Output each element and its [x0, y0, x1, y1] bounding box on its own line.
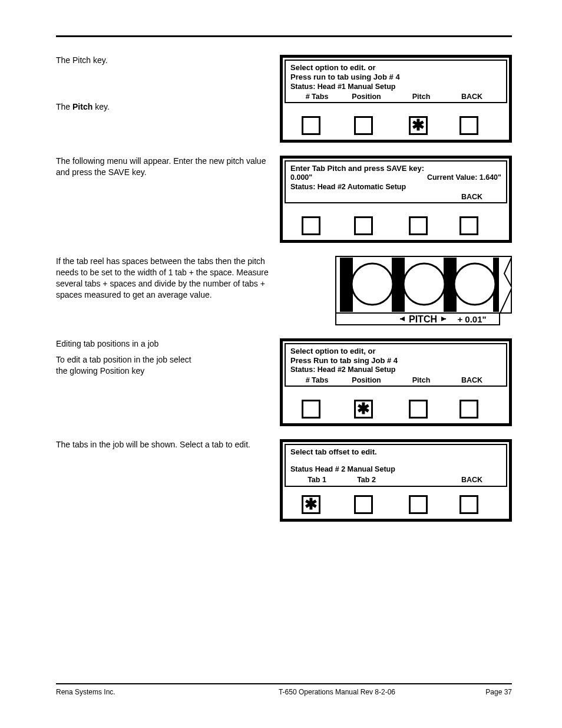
intro-text: The Pitch key. The Pitch key. — [56, 55, 280, 143]
lcd3-opt-tabs: # Tabs — [290, 376, 339, 386]
lcd3-options: # Tabs Position Pitch BACK — [290, 376, 501, 386]
svg-point-6 — [404, 263, 445, 305]
lcd1-btn-back[interactable] — [459, 116, 478, 135]
lcd3-btn-pitch[interactable] — [409, 400, 428, 419]
lcd1-btn-tabs[interactable] — [302, 116, 320, 135]
lcd1-opt-tabs: # Tabs — [290, 93, 339, 102]
lcd2-line2: 0.000" Current Value: 1.640" — [290, 173, 501, 183]
lcd4-btn-tab1[interactable] — [302, 495, 320, 514]
edit-positions-l2: the glowing Position key — [56, 365, 274, 377]
lcd-panel-1: Select option to edit. or Press run to t… — [280, 55, 512, 143]
lcd3-opt-back: BACK — [448, 376, 495, 386]
lcd2-status: Status: Head #2 Automatic Setup — [290, 183, 501, 192]
lcd4-options: Tab 1 Tab 2 BACK — [290, 476, 501, 485]
lcd2-val-left: 0.000" — [290, 173, 312, 183]
diagram-offset-label: + 0.01" — [457, 314, 486, 324]
row-enter-pitch: The following menu will appear. Enter th… — [56, 156, 512, 243]
edit-positions-l1: To edit a tab position in the job select — [56, 354, 274, 365]
edit-positions-text: Editing tab positions in a job To edit a… — [56, 338, 280, 426]
lcd3-opt-pitch: Pitch — [394, 376, 448, 386]
lcd1-btn-position[interactable] — [354, 116, 373, 135]
svg-point-7 — [454, 263, 495, 305]
lcd1-opt-pitch: Pitch — [394, 93, 448, 102]
page: The Pitch key. The Pitch key. Select opt… — [0, 0, 562, 728]
top-rule — [56, 35, 512, 37]
footer: Rena Systems Inc. T-650 Operations Manua… — [56, 688, 512, 696]
lcd1-btn-pitch[interactable] — [409, 116, 428, 135]
lcd2-line1: Enter Tab Pitch and press SAVE key: — [290, 164, 501, 173]
lcd2-val-right: Current Value: 1.640" — [427, 173, 501, 183]
lcd2-btn-3[interactable] — [409, 216, 428, 235]
pitch-diagram: PITCH + 0.01" — [335, 256, 512, 325]
bottom-rule — [56, 683, 512, 684]
enter-pitch-text: The following menu will appear. Enter th… — [56, 156, 280, 243]
lcd-screen-2: Enter Tab Pitch and press SAVE key: 0.00… — [285, 160, 507, 203]
lcd2-btn-1[interactable] — [302, 216, 320, 235]
tab-offset-text: The tabs in the job will be shown. Selec… — [56, 439, 280, 522]
lcd-screen-1: Select option to edit. or Press run to t… — [285, 60, 507, 103]
lcd3-line1: Select option to edit, or — [290, 347, 501, 356]
lcd4-btn-back[interactable] — [459, 495, 478, 514]
lcd-panel-4: Select tab offset to edit. Status Head #… — [280, 439, 512, 522]
row-tab-offset: The tabs in the job will be shown. Selec… — [56, 439, 512, 522]
lcd4-btn-tab2[interactable] — [354, 495, 373, 514]
lcd2-btn-2[interactable] — [354, 216, 373, 235]
row-pitch-intro: The Pitch key. The Pitch key. Select opt… — [56, 55, 512, 143]
lcd1-options: # Tabs Position Pitch BACK — [290, 93, 501, 102]
lcd1-status: Status: Head #1 Manual Setup — [290, 83, 501, 92]
lcd1-buttons — [283, 103, 509, 140]
lcd4-btn-3[interactable] — [409, 495, 428, 514]
lcd4-opt-tab2: Tab 2 — [339, 476, 394, 485]
pitch-word: Pitch — [72, 102, 92, 111]
footer-area: Rena Systems Inc. T-650 Operations Manua… — [56, 683, 512, 696]
lcd1-line1: Select option to edit. or — [290, 63, 501, 73]
lcd3-btn-back[interactable] — [459, 400, 478, 419]
lcd4-buttons — [283, 487, 509, 519]
lcd3-btn-tabs[interactable] — [302, 400, 320, 419]
footer-right: Page 37 — [465, 688, 512, 696]
lcd3-opt-position: Position — [339, 376, 394, 386]
lcd4-opt-tab1: Tab 1 — [290, 476, 339, 485]
lcd1-opt-back: BACK — [448, 93, 495, 102]
lcd3-buttons — [283, 387, 509, 423]
lcd-screen-4: Select tab offset to edit. Status Head #… — [285, 444, 507, 487]
lcd3-line2: Press Run to tab sing Job # 4 — [290, 356, 501, 365]
lcd4-status: Status Head # 2 Manual Setup — [290, 465, 501, 475]
footer-center: T-650 Operations Manual Rev 8-2-06 — [209, 688, 465, 696]
lcd2-options: BACK — [290, 193, 501, 202]
lcd1-opt-position: Position — [339, 93, 394, 102]
lcd4-line1: Select tab offset to edit. — [290, 447, 501, 457]
intro-note: The Pitch key. — [56, 55, 274, 66]
svg-point-5 — [352, 263, 393, 305]
diagram-pitch-label: PITCH — [409, 314, 437, 324]
lcd-panel-3: Select option to edit, or Press Run to t… — [280, 338, 512, 426]
lcd4-opt-back: BACK — [448, 476, 495, 485]
lcd2-buttons — [283, 203, 509, 240]
row-pitch-diagram: If the tab reel has spaces between the t… — [56, 256, 512, 325]
lcd1-line2: Press run to tab using Job # 4 — [290, 73, 501, 82]
lcd3-btn-position[interactable] — [354, 400, 373, 419]
lcd2-opt-back: BACK — [448, 193, 495, 202]
lcd3-status: Status: Head #2 Manual Setup — [290, 365, 501, 375]
lcd-screen-3: Select option to edit, or Press Run to t… — [285, 343, 507, 387]
row-edit-positions: Editing tab positions in a job To edit a… — [56, 338, 512, 426]
pitch-average-text: If the tab reel has spaces between the t… — [56, 256, 280, 325]
footer-left: Rena Systems Inc. — [56, 688, 209, 696]
lcd2-btn-back[interactable] — [459, 216, 478, 235]
lcd-panel-2: Enter Tab Pitch and press SAVE key: 0.00… — [280, 156, 512, 243]
edit-positions-head: Editing tab positions in a job — [56, 338, 274, 350]
